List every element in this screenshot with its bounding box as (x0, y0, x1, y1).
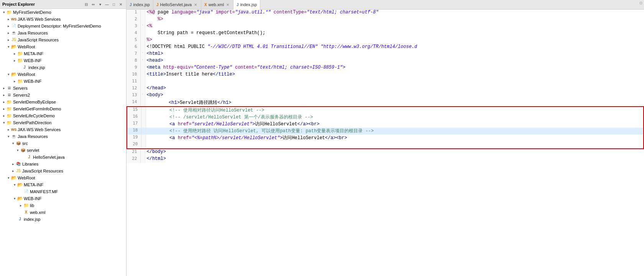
server-icon: 🖥 (6, 85, 12, 91)
tree-label: ServletPathDirection (13, 120, 51, 126)
code-line-4: 4 String path = request.getContextPath()… (127, 30, 644, 37)
maximize-icon[interactable]: □ (111, 1, 117, 7)
code-line-12: 12 </head> (127, 85, 644, 92)
tab-web-xml[interactable]: X web.xml ✕ (201, 0, 233, 9)
link-with-editor-icon[interactable]: ⇔ (90, 1, 96, 7)
line-number: 7 (127, 51, 140, 58)
tree-item-servlet-getform[interactable]: ▸ 📁 ServletGetFormInfoDemo (0, 105, 126, 112)
close-icon[interactable]: ✕ (118, 1, 124, 7)
toggle-icon[interactable]: ▾ (6, 72, 11, 77)
toggle-icon[interactable]: ▾ (6, 44, 11, 49)
tree-item-web-xml[interactable]: X web.xml (0, 209, 126, 216)
minimize-icon[interactable]: — (104, 1, 110, 7)
line-number: 17 (127, 121, 141, 128)
tree-label: META-INF (24, 51, 43, 57)
toggle-icon[interactable]: ▸ (12, 79, 17, 84)
tree-item-webroot3[interactable]: ▾ 📂 WebRoot (0, 174, 126, 181)
tree-item-myfirstservletdemo[interactable]: ▾ 📁 MyFirstServletDemo (0, 9, 126, 16)
toggle-icon[interactable]: ▸ (11, 162, 15, 166)
tree-label: ServletDemoByEclipse (13, 99, 56, 105)
toggle-icon[interactable]: ▾ (15, 148, 20, 153)
line-marker (140, 156, 145, 163)
toggle-icon[interactable]: ▸ (2, 86, 6, 90)
tab-close-icon[interactable]: ✕ (225, 3, 230, 7)
code-line-18: 18 <!-- 使用绝对路径 访问HelloServlet, 可以使用path变… (127, 128, 643, 135)
jsp-file-icon: J (21, 64, 28, 71)
tree-item-manifest-mf[interactable]: 📄 MANIFEST.MF (0, 188, 126, 195)
tree-item-hello-servlet-java[interactable]: J HelloServlet.java (0, 154, 126, 161)
tree-item-servers2[interactable]: ▸ 🖥 Servers2 (0, 92, 126, 99)
toggle-icon[interactable]: ▾ (12, 196, 17, 201)
tree-item-web-inf2[interactable]: ▸ 📁 WEB-INF (0, 78, 126, 85)
tree-item-webroot2[interactable]: ▾ 📂 WebRoot (0, 71, 126, 78)
tree-item-servlet-path-direction[interactable]: ▾ 📁 ServletPathDirection (0, 119, 126, 126)
code-content: <h1>Servlet路径跳转</h1> (145, 99, 644, 106)
code-line-10: 10 <title>Insert title here</title> (127, 72, 644, 79)
toggle-icon[interactable]: ▾ (6, 176, 11, 180)
toggle-icon[interactable]: ▸ (12, 58, 17, 63)
line-marker: ◦ (140, 51, 145, 58)
code-line-8: 8 ◦ <head> (127, 58, 644, 65)
toggle-icon[interactable]: ▾ (11, 141, 15, 146)
toggle-icon[interactable]: ▸ (12, 51, 17, 56)
tree-item-web-inf1[interactable]: ▸ 📁 WEB-INF (0, 57, 126, 64)
line-number: 13 (127, 92, 140, 99)
toggle-icon[interactable]: ▸ (2, 93, 6, 97)
tab-close-icon[interactable]: ✕ (193, 3, 198, 7)
code-editor[interactable]: 1 <%@ page language="java" import="java.… (127, 10, 644, 276)
toggle-icon[interactable]: ▸ (6, 127, 11, 132)
toggle-icon[interactable]: ▸ (2, 107, 6, 111)
tree-label: index.jsp (28, 64, 45, 71)
tree-item-index-jsp3[interactable]: J index.jsp (0, 216, 126, 223)
tree-item-meta-inf1[interactable]: ▸ 📁 META-INF (0, 50, 126, 57)
jsp-tab-icon: J (237, 3, 239, 7)
toggle-icon[interactable]: ▸ (18, 203, 23, 208)
tab-hello-servlet[interactable]: J HelloServlet.java ✕ (153, 0, 201, 9)
tree-item-meta-inf3[interactable]: ▾ 📂 META-INF (0, 181, 126, 188)
toggle-icon[interactable]: ▾ (12, 182, 17, 187)
code-content: String path = request.getContextPath(); (145, 30, 644, 37)
tree-item-servers[interactable]: ▸ 🖥 Servers (0, 85, 126, 92)
code-content: <html> (145, 51, 644, 58)
line-marker (141, 141, 146, 148)
tree-item-jaxws1[interactable]: ▸ WS JAX-WS Web Services (0, 16, 126, 23)
toggle-icon[interactable]: ▸ (6, 38, 11, 42)
tree-item-lib[interactable]: ▸ 📁 lib (0, 202, 126, 209)
tab-index-jsp-1[interactable]: J index.jsp (127, 0, 153, 9)
tree-item-servlet-lifecycle[interactable]: ▸ 📁 ServletLifeCycleDemo (0, 112, 126, 119)
tree-item-js-resources2[interactable]: ▸ JS JavaScript Resources (0, 168, 126, 174)
toggle-icon[interactable]: ▾ (2, 120, 6, 125)
toggle-icon[interactable]: ▸ (6, 31, 11, 35)
tree-item-deployment-descriptor[interactable]: ▸ 📄 Deployment Descriptor: MyFirstServle… (0, 23, 126, 30)
tree-item-webroot1[interactable]: ▾ 📂 WebRoot (0, 43, 126, 50)
tree-label: lib (30, 202, 34, 209)
toggle-icon[interactable]: ▸ (6, 24, 11, 28)
toggle-icon[interactable]: ▸ (11, 169, 15, 173)
toggle-icon[interactable]: ▸ (6, 17, 11, 21)
tree-item-servlet-demo-eclipse[interactable]: ▸ 📁 ServletDemoByEclipse (0, 99, 126, 105)
tree-item-jaxws2[interactable]: ▸ WS JAX-WS Web Services (0, 126, 126, 133)
tree-item-libraries[interactable]: ▸ 📚 Libraries (0, 161, 126, 168)
tree-item-src[interactable]: ▾ 📦 src (0, 140, 126, 147)
tree-item-servlet-package[interactable]: ▾ 📦 servlet (0, 147, 126, 154)
folder-open-icon: 📂 (17, 196, 23, 202)
js-res-icon: JS (11, 37, 17, 43)
maximize-editor-icon[interactable]: □ (638, 0, 644, 6)
tree-item-java-resources2[interactable]: ▾ ☕ Java Resources (0, 133, 126, 140)
line-number: 12 (127, 85, 140, 92)
java-res-icon: ☕ (11, 30, 17, 36)
tree-item-java-resources1[interactable]: ▸ ☕ Java Resources (0, 30, 126, 36)
tree-item-web-inf3[interactable]: ▾ 📂 WEB-INF (0, 195, 126, 202)
tree-item-js-resources1[interactable]: ▸ JS JavaScript Resources (0, 36, 126, 43)
toggle-icon[interactable]: ▸ (2, 113, 6, 118)
collapse-all-icon[interactable]: ⊟ (83, 1, 89, 7)
toggle-icon[interactable]: ▸ (2, 100, 6, 104)
toggle-icon[interactable]: ▾ (6, 134, 11, 139)
tab-index-jsp-2[interactable]: J index.jsp (233, 0, 260, 10)
line-marker: ◦ (140, 23, 145, 30)
view-menu-icon[interactable]: ▾ (97, 1, 103, 7)
toggle-icon[interactable]: ▾ (2, 10, 6, 15)
line-marker (140, 44, 145, 51)
tree-item-index-jsp1[interactable]: J index.jsp (0, 64, 126, 71)
tree-label: MANIFEST.MF (30, 189, 58, 195)
